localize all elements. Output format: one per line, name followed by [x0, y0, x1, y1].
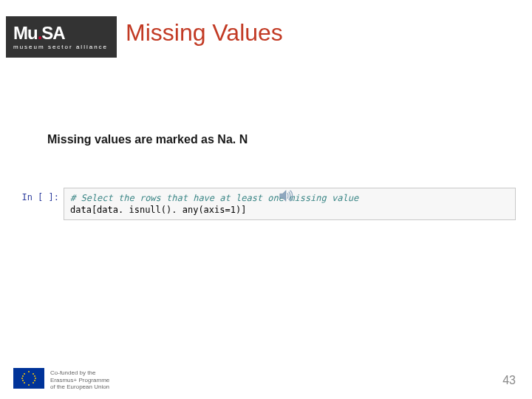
svg-point-1	[28, 384, 30, 386]
logo-text-sa: SA	[41, 23, 64, 43]
svg-point-8	[22, 375, 24, 377]
svg-point-4	[24, 373, 25, 375]
code-line: data[data. isnull(). any(axis=1)]	[70, 205, 246, 215]
eu-line1: Co-funded by the	[50, 369, 109, 376]
page-title: Missing Values	[126, 19, 283, 47]
code-comment: # Select the rows that have at least one…	[70, 193, 358, 203]
audio-speaker-icon[interactable]	[278, 188, 294, 204]
musa-logo: Mu.SA museum sector alliance	[6, 16, 117, 58]
logo-wordmark: Mu.SA	[13, 24, 109, 42]
body-text: Missing values are marked as Na. N	[47, 133, 248, 146]
eu-line2: Erasmus+ Programme	[50, 377, 109, 383]
eu-line3: of the European Union	[50, 383, 109, 390]
svg-point-3	[35, 378, 36, 379]
logo-text-mu: Mu	[13, 23, 38, 43]
eu-cofunded-text: Co-funded by the Erasmus+ Programme of t…	[50, 369, 109, 390]
svg-point-2	[21, 378, 23, 379]
cell-prompt: In [ ]:	[18, 188, 64, 202]
svg-point-10	[22, 380, 24, 381]
eu-flag-icon	[13, 368, 44, 389]
speaker-icon	[278, 188, 294, 204]
prompt-brackets: [ ]:	[38, 192, 59, 202]
svg-point-7	[33, 382, 34, 383]
svg-point-9	[34, 375, 35, 377]
header: Mu.SA museum sector alliance Missing Val…	[6, 16, 520, 58]
svg-point-0	[28, 371, 30, 372]
slide: Mu.SA museum sector alliance Missing Val…	[0, 0, 532, 399]
svg-point-11	[34, 380, 35, 381]
svg-point-5	[33, 373, 34, 375]
page-number: 43	[502, 374, 516, 387]
svg-point-6	[24, 382, 25, 383]
footer: Co-funded by the Erasmus+ Programme of t…	[12, 359, 520, 389]
logo-tagline: museum sector alliance	[13, 44, 109, 50]
prompt-label: In	[21, 192, 32, 202]
code-cell: In [ ]: # Select the rows that have at l…	[18, 188, 516, 220]
